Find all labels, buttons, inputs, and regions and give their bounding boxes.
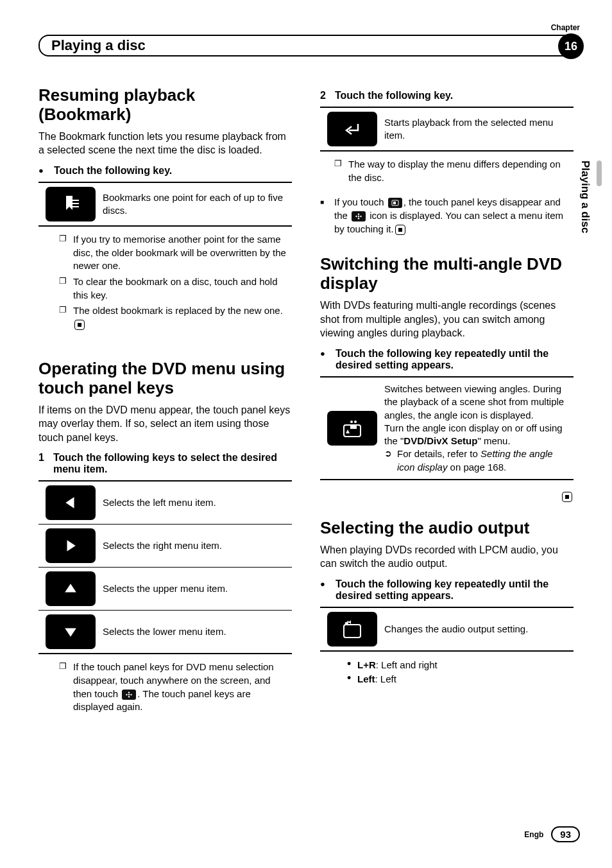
footer-page-number: 93 — [551, 826, 580, 842]
end-section-icon — [395, 225, 405, 235]
bookmark-step: Touch the following key. — [38, 165, 292, 177]
svg-rect-19 — [344, 625, 361, 638]
chapter-number-badge: 16 — [558, 33, 584, 59]
arrow-up-icon — [64, 582, 78, 596]
side-tab: Playing a disc — [579, 161, 593, 289]
note: The oldest bookmark is replaced by the n… — [59, 304, 292, 331]
page-footer: Engb 93 — [524, 826, 580, 842]
multiangle-key-table: Switches between viewing angles. During … — [320, 376, 574, 480]
section-heading-bookmark: Resuming playback (Bookmark) — [38, 86, 292, 125]
note: The way to display the menu differs depe… — [334, 158, 574, 184]
audio-options: L+R: Left and right Left: Left — [334, 658, 574, 687]
step2-notes: The way to display the menu differs depe… — [320, 158, 574, 184]
dvdmenu-notes: If the touch panel keys for DVD menu sel… — [38, 661, 292, 714]
audio-step: Touch the following key repeatedly until… — [320, 578, 574, 602]
note: If you try to memorise another point for… — [59, 233, 292, 273]
key-desc: Selects the right menu item. — [103, 534, 292, 557]
left-column: Resuming playback (Bookmark) The Bookmar… — [38, 86, 292, 725]
angle-key — [327, 411, 377, 446]
bookmark-key-desc: Bookmarks one point for each of up to fi… — [103, 186, 292, 223]
end-section-icon — [562, 492, 572, 502]
angle-key-desc: Switches between viewing angles. During … — [384, 378, 574, 479]
angle-icon — [339, 418, 365, 438]
svg-point-11 — [355, 216, 357, 217]
dvdmenu-key-table: Selects the left menu item. Selects the … — [38, 480, 292, 654]
svg-rect-9 — [393, 202, 396, 204]
end-section-icon — [74, 320, 85, 330]
arrow-up-key — [46, 571, 96, 606]
enter-key — [327, 112, 377, 146]
dvdmenu-step2: 2 Touch the following key. — [320, 90, 574, 101]
audio-key-table: Changes the audio output setting. — [320, 607, 574, 652]
dpad-icon — [352, 211, 366, 221]
section-heading-audio: Selecting the audio output — [320, 519, 574, 538]
dvdmenu-step1: 1 Touch the following keys to select the… — [38, 452, 292, 475]
multiangle-intro: With DVDs featuring multi-angle recordin… — [320, 299, 574, 340]
arrow-right-icon — [64, 539, 78, 553]
section-heading-multiangle: Switching the multi-angle DVD display — [320, 255, 574, 293]
list-item: Left: Left — [347, 672, 574, 687]
bookmark-notes: If you try to memorise another point for… — [38, 233, 292, 331]
svg-rect-1 — [72, 203, 79, 204]
multiangle-step: Touch the following key repeatedly until… — [320, 348, 574, 371]
chapter-header: Playing a disc 16 — [38, 35, 580, 56]
footer-lang: Engb — [524, 830, 543, 839]
svg-point-17 — [354, 421, 357, 423]
bookmark-intro: The Bookmark function lets you resume pl… — [38, 130, 292, 157]
bookmark-key-icon — [46, 187, 96, 221]
enter-key-desc: Starts playback from the selected menu i… — [384, 111, 574, 148]
dvdmenu-intro: If items on the DVD menu appear, the tou… — [38, 403, 292, 445]
svg-point-12 — [360, 216, 361, 217]
svg-rect-0 — [72, 200, 79, 201]
arrow-down-key — [46, 614, 96, 649]
speaker-icon — [339, 619, 365, 639]
audio-output-key — [327, 612, 377, 647]
key-desc: Selects the upper menu item. — [103, 577, 292, 600]
list-item: L+R: Left and right — [347, 658, 574, 673]
audio-intro: When playing DVDs recorded with LPCM aud… — [320, 543, 574, 571]
svg-point-6 — [128, 691, 130, 693]
arrow-left-key — [46, 485, 96, 520]
enter-key-table: Starts playback from the selected menu i… — [320, 107, 574, 152]
return-arrow-icon — [343, 121, 362, 137]
arrow-left-icon — [64, 496, 78, 510]
key-desc: Selects the lower menu item. — [103, 620, 292, 643]
chapter-label: Chapter — [551, 23, 580, 32]
svg-point-7 — [128, 696, 130, 697]
svg-point-4 — [126, 694, 128, 695]
page-title: Playing a disc — [51, 37, 146, 54]
touch-dpad-icon — [122, 690, 136, 700]
note: To clear the bookmark on a disc, touch a… — [59, 275, 292, 302]
svg-point-16 — [350, 421, 353, 423]
svg-point-14 — [358, 218, 359, 219]
audio-key-desc: Changes the audio output setting. — [384, 618, 574, 641]
svg-rect-18 — [350, 426, 357, 429]
step2-note2-wrap: If you touch , the touch panel keys disa… — [320, 196, 574, 236]
svg-rect-2 — [72, 206, 79, 207]
section-heading-dvdmenu: Operating the DVD menu using touch panel… — [38, 360, 292, 398]
arrow-right-key — [46, 528, 96, 563]
hide-keys-icon — [388, 198, 402, 208]
svg-point-10 — [358, 216, 359, 217]
cross-ref: For details, refer to Setting the angle … — [384, 447, 570, 474]
bookmark-key-table: Bookmarks one point for each of up to fi… — [38, 182, 292, 227]
svg-point-5 — [131, 694, 132, 695]
svg-point-13 — [358, 214, 359, 215]
svg-point-3 — [128, 694, 130, 695]
bookmark-icon — [60, 193, 81, 215]
right-column: 2 Touch the following key. Starts playba… — [320, 86, 574, 725]
side-tab-label: Playing a disc — [579, 161, 591, 233]
arrow-down-icon — [64, 625, 78, 639]
note: If the touch panel keys for DVD menu sel… — [59, 661, 292, 714]
key-desc: Selects the left menu item. — [103, 491, 292, 514]
note: If you touch , the touch panel keys disa… — [320, 196, 574, 236]
